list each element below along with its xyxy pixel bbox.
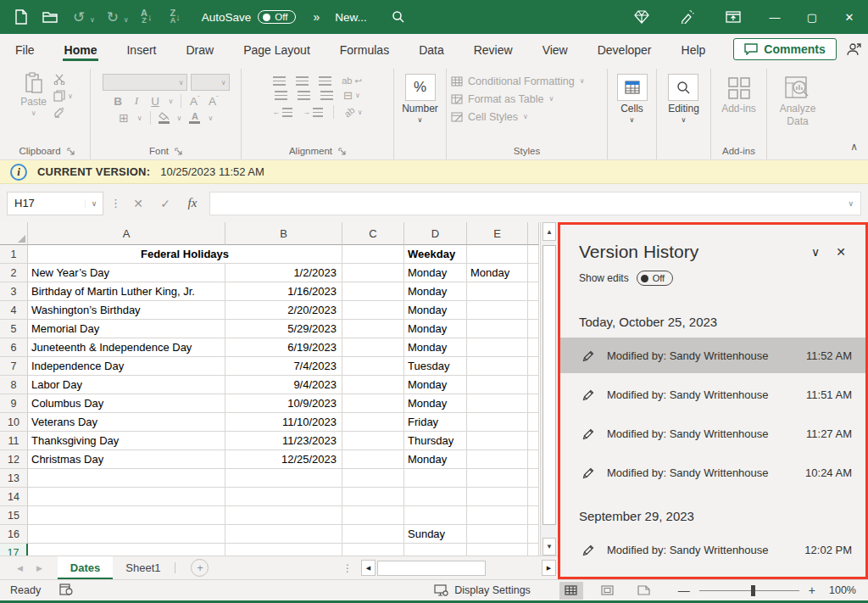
prev-sheet-icon[interactable]: ◀: [17, 564, 23, 572]
align-middle-button[interactable]: [296, 76, 309, 86]
cell-E13[interactable]: [467, 469, 528, 488]
tab-help[interactable]: Help: [680, 36, 708, 63]
cell-E5[interactable]: [467, 320, 528, 338]
increase-indent-button[interactable]: →: [303, 108, 323, 117]
cell-D6[interactable]: Monday: [404, 338, 467, 357]
wrap-text-button[interactable]: ab↩: [342, 75, 362, 86]
cell-A16[interactable]: [28, 525, 225, 544]
version-entry[interactable]: Modified by: Sandy Writtenhouse11:51 AM: [560, 377, 865, 412]
cell-C9[interactable]: [342, 394, 404, 413]
cell-C16[interactable]: [342, 525, 404, 544]
align-center-button[interactable]: [298, 91, 310, 100]
underline-dropdown-icon[interactable]: ∨: [169, 98, 174, 105]
cut-button[interactable]: [53, 74, 66, 85]
font-size-select[interactable]: ∨: [191, 74, 230, 91]
cell-C10[interactable]: [342, 413, 404, 432]
row-header-14[interactable]: 14: [0, 488, 28, 506]
cell-B17[interactable]: [225, 544, 342, 556]
redo-dropdown-icon[interactable]: ∨: [124, 16, 129, 24]
new-sheet-button[interactable]: +: [191, 559, 209, 577]
tab-developer[interactable]: Developer: [596, 36, 654, 63]
cell-B4[interactable]: 2/20/2023: [225, 301, 342, 320]
cell-E17[interactable]: [467, 544, 528, 556]
cell-E3[interactable]: [467, 282, 528, 301]
italic-button[interactable]: I: [131, 94, 142, 108]
cell-D14[interactable]: [404, 488, 467, 506]
maximize-button[interactable]: ▢: [793, 0, 831, 34]
cell-B2[interactable]: 1/2/2023: [225, 264, 342, 282]
zoom-slider[interactable]: [699, 590, 799, 591]
version-entry[interactable]: Modified by: Sandy Writtenhouse11:27 AM: [560, 416, 865, 451]
cell-D9[interactable]: Monday: [404, 394, 467, 413]
zoom-slider-handle[interactable]: [751, 585, 755, 596]
cell-C14[interactable]: [342, 488, 404, 506]
name-box[interactable]: H17 ∨: [7, 192, 103, 215]
macro-record-icon[interactable]: [59, 583, 73, 598]
cell-E7[interactable]: [467, 357, 528, 376]
addins-button[interactable]: Add-ins: [721, 74, 756, 114]
cell-E12[interactable]: [467, 450, 528, 469]
vertical-scroll-thumb[interactable]: [542, 245, 556, 525]
row-header-10[interactable]: 10: [0, 413, 28, 432]
alignment-dialog-launcher-icon[interactable]: [338, 148, 346, 155]
page-break-view-button[interactable]: [632, 582, 656, 600]
formula-bar-drag-handle[interactable]: ⋮: [110, 197, 121, 209]
cell-B5[interactable]: 5/29/2023: [225, 320, 342, 338]
font-color-button[interactable]: A: [189, 113, 200, 124]
cell-A4[interactable]: Washington’s Birthday: [28, 301, 225, 320]
cell-A8[interactable]: Labor Day: [28, 376, 225, 394]
cell-C4[interactable]: [342, 301, 404, 320]
sheet-tab-dates[interactable]: Dates: [58, 556, 113, 579]
version-entry[interactable]: Modified by: Sandy Writtenhouse10:24 AM: [560, 455, 865, 490]
tab-draw[interactable]: Draw: [184, 36, 215, 63]
sort-descending-icon[interactable]: ZA↓: [166, 8, 185, 26]
grow-font-button[interactable]: Aˆ: [189, 94, 200, 108]
formula-bar-expand-icon[interactable]: ∨: [848, 199, 854, 208]
cell-A9[interactable]: Columbus Day: [28, 394, 225, 413]
cells-button[interactable]: Cells ∨: [617, 72, 648, 124]
cell-A10[interactable]: Veterans Day: [28, 413, 225, 432]
decrease-indent-button[interactable]: ←: [272, 108, 292, 117]
analyze-data-button[interactable]: Analyze Data: [773, 74, 822, 128]
cell-A11[interactable]: Thanksgiving Day: [28, 432, 225, 450]
cell-C13[interactable]: [342, 469, 404, 488]
cell-E15[interactable]: [467, 506, 528, 525]
align-top-button[interactable]: [273, 76, 286, 86]
row-header-16[interactable]: 16: [0, 525, 28, 544]
collapse-ribbon-icon[interactable]: ∧: [850, 141, 858, 153]
cell-C7[interactable]: [342, 357, 404, 376]
row-header-11[interactable]: 11: [0, 432, 28, 450]
cell-B16[interactable]: [225, 525, 342, 544]
next-sheet-icon[interactable]: ▶: [36, 564, 42, 572]
normal-view-button[interactable]: [559, 582, 583, 600]
redo-icon[interactable]: ↻: [103, 8, 122, 26]
cell-A5[interactable]: Memorial Day: [28, 320, 225, 338]
cell-B14[interactable]: [225, 488, 342, 506]
formula-input[interactable]: ∨: [209, 192, 861, 215]
share-person-icon[interactable]: [845, 40, 864, 59]
cell-B13[interactable]: [225, 469, 342, 488]
cell-C1[interactable]: [342, 245, 404, 264]
cell-D3[interactable]: Monday: [404, 282, 467, 301]
merge-center-button[interactable]: ⊟∨: [343, 89, 360, 102]
align-bottom-button[interactable]: [319, 76, 331, 86]
cell-C5[interactable]: [342, 320, 404, 338]
cell-D16[interactable]: Sunday: [404, 525, 467, 544]
cell-B12[interactable]: 12/25/2023: [225, 450, 342, 469]
cell-D13[interactable]: [404, 469, 467, 488]
cell-E1[interactable]: [467, 245, 528, 264]
paste-dropdown-icon[interactable]: ∨: [31, 109, 36, 117]
cell-D12[interactable]: Monday: [404, 450, 467, 469]
row-header-2[interactable]: 2: [0, 264, 28, 282]
shrink-font-button[interactable]: Aˇ: [208, 94, 219, 108]
tab-data[interactable]: Data: [417, 36, 446, 63]
undo-icon[interactable]: ↺: [70, 8, 88, 26]
borders-button[interactable]: ⊞: [119, 111, 130, 125]
column-header-E[interactable]: E: [467, 222, 528, 245]
panel-collapse-icon[interactable]: ∨: [803, 245, 828, 259]
editing-button[interactable]: Editing ∨: [668, 72, 699, 124]
cell-C15[interactable]: [342, 506, 404, 525]
cell-E11[interactable]: [467, 432, 528, 450]
column-header-B[interactable]: B: [225, 222, 342, 245]
row-header-17[interactable]: 17: [0, 544, 28, 556]
